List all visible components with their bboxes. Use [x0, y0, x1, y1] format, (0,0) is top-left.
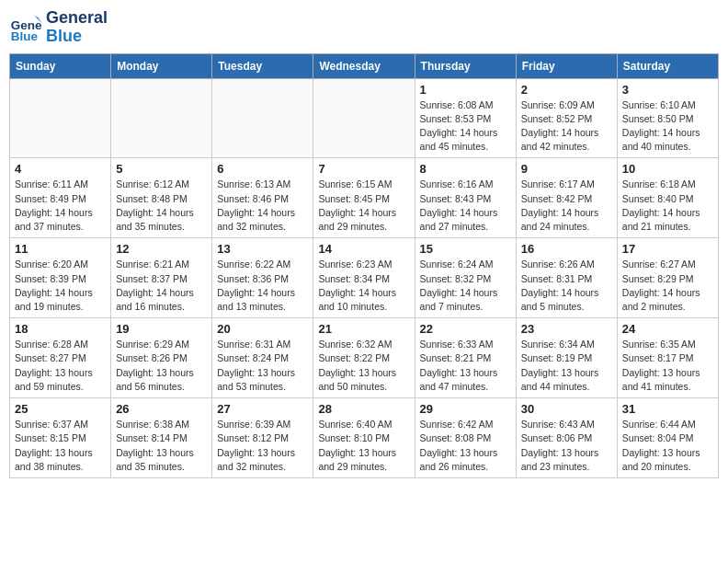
- week-row-2: 4Sunrise: 6:11 AMSunset: 8:49 PMDaylight…: [10, 158, 719, 238]
- day-info: Sunrise: 6:13 AMSunset: 8:46 PMDaylight:…: [217, 178, 308, 234]
- week-row-3: 11Sunrise: 6:20 AMSunset: 8:39 PMDayligh…: [10, 238, 719, 318]
- day-info: Sunrise: 6:37 AMSunset: 8:15 PMDaylight:…: [15, 418, 106, 474]
- day-number: 24: [622, 322, 713, 336]
- day-info: Sunrise: 6:31 AMSunset: 8:24 PMDaylight:…: [217, 338, 308, 394]
- day-number: 23: [521, 322, 612, 336]
- day-number: 10: [622, 162, 713, 176]
- day-info: Sunrise: 6:42 AMSunset: 8:08 PMDaylight:…: [420, 418, 511, 474]
- logo-icon: General Blue: [9, 11, 42, 44]
- day-number: 5: [116, 162, 207, 176]
- week-row-5: 25Sunrise: 6:37 AMSunset: 8:15 PMDayligh…: [10, 398, 719, 478]
- calendar-cell: 5Sunrise: 6:12 AMSunset: 8:48 PMDaylight…: [111, 158, 212, 238]
- day-info: Sunrise: 6:44 AMSunset: 8:04 PMDaylight:…: [622, 418, 713, 474]
- calendar-cell: 15Sunrise: 6:24 AMSunset: 8:32 PMDayligh…: [415, 238, 516, 318]
- day-info: Sunrise: 6:27 AMSunset: 8:29 PMDaylight:…: [622, 258, 713, 314]
- calendar-cell: 25Sunrise: 6:37 AMSunset: 8:15 PMDayligh…: [10, 398, 111, 478]
- calendar-cell: 28Sunrise: 6:40 AMSunset: 8:10 PMDayligh…: [313, 398, 415, 478]
- calendar-cell: 3Sunrise: 6:10 AMSunset: 8:50 PMDaylight…: [617, 78, 718, 158]
- calendar-cell: 11Sunrise: 6:20 AMSunset: 8:39 PMDayligh…: [10, 238, 111, 318]
- header: General Blue General Blue: [9, 9, 719, 46]
- day-info: Sunrise: 6:28 AMSunset: 8:27 PMDaylight:…: [15, 338, 106, 394]
- calendar-cell: 13Sunrise: 6:22 AMSunset: 8:36 PMDayligh…: [212, 238, 313, 318]
- day-info: Sunrise: 6:24 AMSunset: 8:32 PMDaylight:…: [420, 258, 511, 314]
- col-header-thursday: Thursday: [415, 53, 516, 78]
- col-header-wednesday: Wednesday: [313, 53, 415, 78]
- day-info: Sunrise: 6:16 AMSunset: 8:43 PMDaylight:…: [420, 178, 511, 234]
- day-info: Sunrise: 6:12 AMSunset: 8:48 PMDaylight:…: [116, 178, 207, 234]
- day-number: 26: [116, 402, 207, 416]
- calendar-cell: 18Sunrise: 6:28 AMSunset: 8:27 PMDayligh…: [10, 318, 111, 398]
- day-number: 8: [420, 162, 511, 176]
- calendar-cell: [313, 78, 415, 158]
- week-row-1: 1Sunrise: 6:08 AMSunset: 8:53 PMDaylight…: [10, 78, 719, 158]
- calendar-header-row: SundayMondayTuesdayWednesdayThursdayFrid…: [10, 53, 719, 78]
- day-number: 7: [318, 162, 409, 176]
- col-header-sunday: Sunday: [10, 53, 111, 78]
- day-info: Sunrise: 6:40 AMSunset: 8:10 PMDaylight:…: [318, 418, 409, 474]
- calendar-cell: 16Sunrise: 6:26 AMSunset: 8:31 PMDayligh…: [516, 238, 617, 318]
- day-number: 27: [217, 402, 308, 416]
- day-info: Sunrise: 6:08 AMSunset: 8:53 PMDaylight:…: [420, 98, 511, 155]
- logo-text-general: General: [46, 9, 108, 28]
- day-info: Sunrise: 6:21 AMSunset: 8:37 PMDaylight:…: [116, 258, 207, 314]
- col-header-tuesday: Tuesday: [212, 53, 313, 78]
- col-header-monday: Monday: [111, 53, 212, 78]
- calendar-cell: 21Sunrise: 6:32 AMSunset: 8:22 PMDayligh…: [313, 318, 415, 398]
- col-header-saturday: Saturday: [617, 53, 718, 78]
- day-number: 12: [116, 242, 207, 256]
- day-number: 28: [318, 402, 409, 416]
- day-number: 21: [318, 322, 409, 336]
- day-info: Sunrise: 6:32 AMSunset: 8:22 PMDaylight:…: [318, 338, 409, 394]
- calendar-cell: [111, 78, 212, 158]
- day-number: 16: [521, 242, 612, 256]
- calendar-cell: 26Sunrise: 6:38 AMSunset: 8:14 PMDayligh…: [111, 398, 212, 478]
- col-header-friday: Friday: [516, 53, 617, 78]
- day-number: 9: [521, 162, 612, 176]
- calendar-cell: [212, 78, 313, 158]
- day-info: Sunrise: 6:09 AMSunset: 8:52 PMDaylight:…: [521, 98, 612, 155]
- calendar-cell: 6Sunrise: 6:13 AMSunset: 8:46 PMDaylight…: [212, 158, 313, 238]
- day-number: 31: [622, 402, 713, 416]
- day-number: 1: [420, 83, 511, 97]
- day-number: 11: [15, 242, 106, 256]
- day-number: 3: [622, 83, 713, 97]
- day-number: 30: [521, 402, 612, 416]
- logo: General Blue General Blue: [9, 9, 108, 46]
- day-number: 25: [15, 402, 106, 416]
- calendar-cell: 8Sunrise: 6:16 AMSunset: 8:43 PMDaylight…: [415, 158, 516, 238]
- calendar-cell: 20Sunrise: 6:31 AMSunset: 8:24 PMDayligh…: [212, 318, 313, 398]
- calendar-cell: 10Sunrise: 6:18 AMSunset: 8:40 PMDayligh…: [617, 158, 718, 238]
- day-number: 19: [116, 322, 207, 336]
- day-number: 6: [217, 162, 308, 176]
- day-info: Sunrise: 6:23 AMSunset: 8:34 PMDaylight:…: [318, 258, 409, 314]
- calendar-cell: 30Sunrise: 6:43 AMSunset: 8:06 PMDayligh…: [516, 398, 617, 478]
- calendar-cell: 14Sunrise: 6:23 AMSunset: 8:34 PMDayligh…: [313, 238, 415, 318]
- day-number: 15: [420, 242, 511, 256]
- calendar-cell: [10, 78, 111, 158]
- calendar-cell: 24Sunrise: 6:35 AMSunset: 8:17 PMDayligh…: [617, 318, 718, 398]
- calendar-cell: 9Sunrise: 6:17 AMSunset: 8:42 PMDaylight…: [516, 158, 617, 238]
- day-info: Sunrise: 6:38 AMSunset: 8:14 PMDaylight:…: [116, 418, 207, 474]
- day-info: Sunrise: 6:26 AMSunset: 8:31 PMDaylight:…: [521, 258, 612, 314]
- day-info: Sunrise: 6:22 AMSunset: 8:36 PMDaylight:…: [217, 258, 308, 314]
- day-info: Sunrise: 6:15 AMSunset: 8:45 PMDaylight:…: [318, 178, 409, 234]
- calendar-table: SundayMondayTuesdayWednesdayThursdayFrid…: [9, 53, 719, 478]
- day-info: Sunrise: 6:20 AMSunset: 8:39 PMDaylight:…: [15, 258, 106, 314]
- day-info: Sunrise: 6:43 AMSunset: 8:06 PMDaylight:…: [521, 418, 612, 474]
- day-number: 2: [521, 83, 612, 97]
- day-info: Sunrise: 6:34 AMSunset: 8:19 PMDaylight:…: [521, 338, 612, 394]
- day-number: 18: [15, 322, 106, 336]
- day-number: 17: [622, 242, 713, 256]
- calendar-cell: 29Sunrise: 6:42 AMSunset: 8:08 PMDayligh…: [415, 398, 516, 478]
- day-number: 14: [318, 242, 409, 256]
- day-info: Sunrise: 6:39 AMSunset: 8:12 PMDaylight:…: [217, 418, 308, 474]
- svg-text:Blue: Blue: [11, 29, 39, 43]
- week-row-4: 18Sunrise: 6:28 AMSunset: 8:27 PMDayligh…: [10, 318, 719, 398]
- day-info: Sunrise: 6:18 AMSunset: 8:40 PMDaylight:…: [622, 178, 713, 234]
- calendar-cell: 27Sunrise: 6:39 AMSunset: 8:12 PMDayligh…: [212, 398, 313, 478]
- calendar-cell: 31Sunrise: 6:44 AMSunset: 8:04 PMDayligh…: [617, 398, 718, 478]
- day-info: Sunrise: 6:10 AMSunset: 8:50 PMDaylight:…: [622, 98, 713, 155]
- day-number: 22: [420, 322, 511, 336]
- day-number: 20: [217, 322, 308, 336]
- calendar-cell: 4Sunrise: 6:11 AMSunset: 8:49 PMDaylight…: [10, 158, 111, 238]
